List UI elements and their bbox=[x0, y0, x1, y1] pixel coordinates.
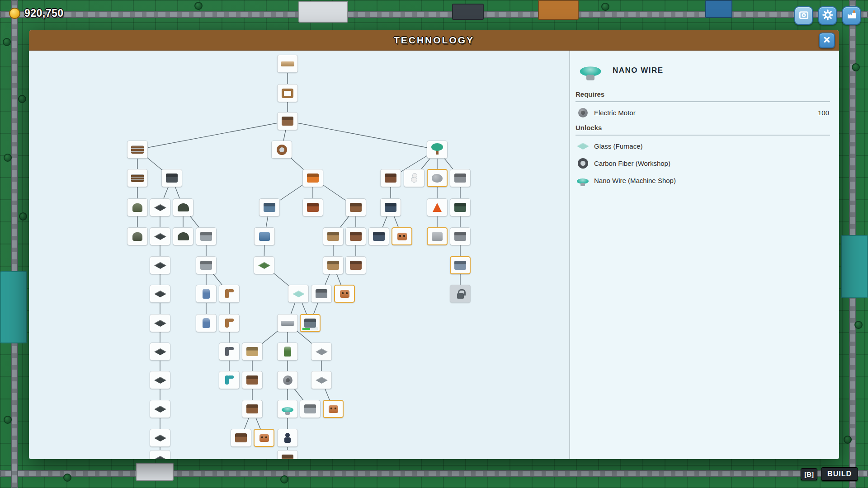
tech-node-stone-machine[interactable] bbox=[161, 169, 182, 187]
tech-node-nano-wire[interactable] bbox=[277, 400, 298, 418]
worker-bot-icon bbox=[259, 434, 269, 442]
tech-node-wood-frame[interactable] bbox=[277, 84, 298, 102]
tech-node-storage-hut[interactable] bbox=[173, 227, 193, 245]
build-button[interactable]: BUILD bbox=[821, 467, 858, 481]
tech-node-tan-plate[interactable] bbox=[242, 343, 263, 361]
bg-conveyor bbox=[11, 0, 18, 488]
tech-node-brown-mill[interactable] bbox=[380, 169, 401, 187]
tech-node-worker-bot[interactable] bbox=[323, 400, 344, 418]
blue-part-icon bbox=[259, 232, 270, 241]
storage-hut-icon bbox=[178, 203, 189, 211]
tech-node-research-machine[interactable] bbox=[300, 314, 321, 332]
tech-node-metal-plate[interactable] bbox=[150, 198, 170, 216]
tech-node-crane-arm[interactable] bbox=[219, 314, 240, 332]
gray-plate-icon bbox=[316, 348, 328, 355]
tech-node-teal-arm[interactable] bbox=[219, 371, 240, 389]
tech-node-smelter-factory[interactable] bbox=[302, 198, 323, 216]
nano-wire-icon bbox=[282, 407, 293, 413]
tech-node-steel-beam[interactable] bbox=[277, 314, 298, 332]
build-menu-button[interactable] bbox=[842, 6, 861, 25]
tech-node-blue-pedestal[interactable] bbox=[450, 256, 471, 274]
unlock-row: Carbon Fiber (Workshop) bbox=[576, 153, 830, 170]
tech-node-metal-plate[interactable] bbox=[150, 227, 170, 245]
tech-node-stone-slab[interactable] bbox=[427, 227, 448, 245]
tech-node-snowman[interactable] bbox=[404, 169, 425, 187]
tech-node-crane-arm[interactable] bbox=[219, 285, 240, 303]
tech-node-dark-figure[interactable] bbox=[277, 429, 298, 447]
tech-node-furnace[interactable] bbox=[345, 227, 366, 245]
tech-node-green-machine[interactable] bbox=[450, 198, 471, 216]
blueprints-button[interactable] bbox=[794, 6, 813, 25]
tech-node-navy-press[interactable] bbox=[368, 227, 389, 245]
tech-node-metal-plate[interactable] bbox=[150, 314, 170, 332]
tech-node-tan-machine[interactable] bbox=[323, 227, 344, 245]
tech-node-worker-bot[interactable] bbox=[334, 285, 355, 303]
green-board-icon bbox=[258, 262, 270, 269]
tech-node-blue-assembler[interactable] bbox=[259, 198, 280, 216]
tech-node-brown-machine[interactable] bbox=[242, 371, 263, 389]
brown-mill-icon bbox=[385, 174, 396, 183]
tech-node-rope-spool[interactable] bbox=[271, 141, 292, 159]
tech-node-brick-furnace[interactable] bbox=[345, 198, 366, 216]
tech-node-stone-pedestal[interactable] bbox=[450, 169, 471, 187]
tech-node-metal-plate[interactable] bbox=[150, 343, 170, 361]
boulder-icon bbox=[432, 174, 443, 183]
tech-node-tan-machine[interactable] bbox=[323, 256, 344, 274]
tech-node-metal-plate[interactable] bbox=[150, 256, 170, 274]
tech-node-traffic-cone[interactable] bbox=[427, 198, 448, 216]
stone-pedestal-icon bbox=[454, 174, 466, 183]
bg-tree bbox=[4, 416, 12, 424]
tech-node-boulder[interactable] bbox=[427, 169, 448, 187]
tech-node-pedestal[interactable] bbox=[450, 227, 471, 245]
tech-node-brown-machine[interactable] bbox=[242, 400, 263, 418]
tech-node-metal-plate[interactable] bbox=[150, 400, 170, 418]
tech-node-hopper[interactable] bbox=[196, 227, 217, 245]
bg-tree bbox=[844, 436, 852, 444]
tech-node-metal-plate[interactable] bbox=[150, 450, 170, 459]
tech-node-brown-machine[interactable] bbox=[231, 429, 251, 447]
nano-wire-icon bbox=[576, 59, 605, 82]
tech-node-storage-hut[interactable] bbox=[173, 198, 193, 216]
tech-node-green-board[interactable] bbox=[254, 256, 274, 274]
hopper-icon bbox=[200, 232, 212, 241]
tech-node-blue-canister[interactable] bbox=[196, 314, 217, 332]
tech-node-worker-bot[interactable] bbox=[392, 227, 412, 245]
rope-spool-icon bbox=[277, 145, 287, 155]
tech-node-bucket-machine[interactable] bbox=[196, 256, 217, 274]
tech-node-workbench[interactable] bbox=[277, 450, 298, 459]
tech-node-gray-machine[interactable] bbox=[311, 285, 332, 303]
tech-node-locked-tech[interactable] bbox=[450, 285, 471, 303]
tech-node-furnace[interactable] bbox=[345, 256, 366, 274]
tech-node-fiber-sack[interactable] bbox=[127, 198, 148, 216]
traffic-cone-icon bbox=[433, 203, 442, 212]
tech-node-robotic-arm[interactable] bbox=[219, 343, 240, 361]
settings-button[interactable] bbox=[818, 6, 837, 25]
tech-node-wood-plank[interactable] bbox=[277, 55, 298, 73]
tech-node-workbench[interactable] bbox=[277, 112, 298, 130]
tech-node-glass-plate[interactable] bbox=[288, 285, 309, 303]
tech-node-metal-plate[interactable] bbox=[150, 371, 170, 389]
tech-node-electric-motor[interactable] bbox=[277, 371, 298, 389]
tech-node-camo-sack[interactable] bbox=[127, 227, 148, 245]
tech-node-navy-machine[interactable] bbox=[380, 198, 401, 216]
tech-node-log-pile[interactable] bbox=[127, 141, 148, 159]
tech-node-gray-plate[interactable] bbox=[311, 371, 332, 389]
close-button[interactable] bbox=[819, 33, 835, 48]
tech-node-blue-canister[interactable] bbox=[196, 285, 217, 303]
tech-node-crucible[interactable] bbox=[302, 169, 323, 187]
tech-node-gray-plate[interactable] bbox=[311, 343, 332, 361]
tech-node-green-cylinder[interactable] bbox=[277, 343, 298, 361]
tech-tree[interactable] bbox=[29, 51, 569, 459]
tan-plate-icon bbox=[246, 347, 258, 356]
tech-node-metal-plate[interactable] bbox=[150, 285, 170, 303]
nano-wire-small-icon bbox=[576, 174, 589, 186]
tech-node-metal-plate[interactable] bbox=[150, 429, 170, 447]
tech-node-log-stack[interactable] bbox=[127, 169, 148, 187]
metal-plate-icon bbox=[154, 320, 166, 327]
tech-node-palm-tree[interactable] bbox=[427, 141, 448, 159]
tech-node-worker-bot[interactable] bbox=[254, 429, 274, 447]
crane-arm-icon bbox=[225, 289, 229, 298]
unlock-name: Glass (Furnace) bbox=[594, 142, 829, 150]
tech-node-blue-part[interactable] bbox=[254, 227, 275, 245]
tech-node-gray-machine[interactable] bbox=[300, 400, 321, 418]
